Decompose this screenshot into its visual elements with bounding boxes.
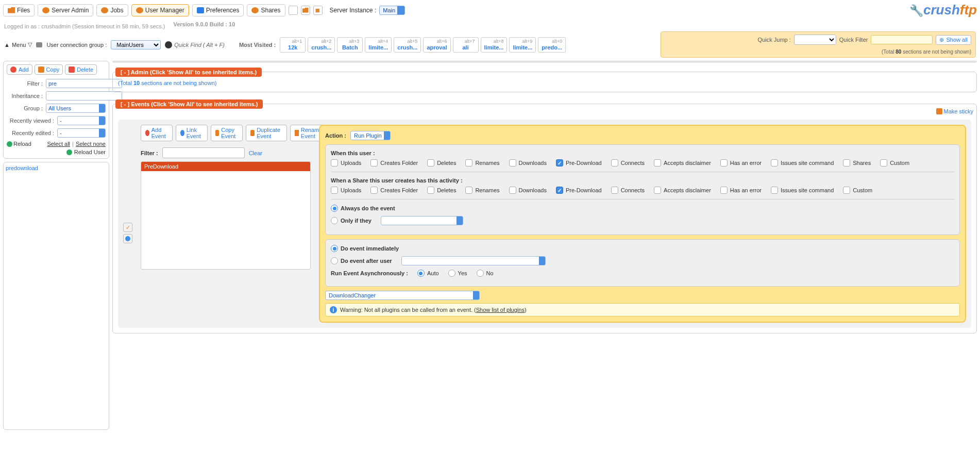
tab-jobs[interactable]: Jobs — [96, 4, 128, 16]
shares-icon — [251, 7, 259, 13]
trigger-check-has-an-error[interactable]: Has an error — [720, 159, 762, 166]
mv-item[interactable]: alt+4limite... — [365, 37, 392, 53]
trigger-check-issues-site-command[interactable]: Issues site command — [771, 159, 834, 166]
tab-files[interactable]: Files — [3, 4, 35, 16]
trigger-check-deletes[interactable]: Deletes — [427, 187, 456, 194]
reload-user-link[interactable]: Reload User — [74, 149, 106, 155]
checkbox-icon — [611, 187, 618, 194]
mv-item[interactable]: alt+0predo... — [538, 37, 566, 53]
user-icon-button[interactable] — [123, 234, 132, 243]
link-event-button[interactable]: Link Event — [176, 125, 208, 141]
delete-button[interactable]: Delete — [65, 64, 97, 75]
trigger-check-issues-site-command[interactable]: Issues site command — [771, 187, 834, 194]
events-section-header[interactable]: [ - ] Events (Click 'Show All' to see in… — [115, 99, 263, 109]
mv-item[interactable]: alt+2crush... — [308, 37, 335, 53]
trigger-check-downloads[interactable]: Downloads — [509, 187, 547, 194]
trigger-check-renames[interactable]: Renames — [465, 159, 499, 166]
tab-server-admin[interactable]: Server Admin — [38, 4, 93, 16]
tab-preferences[interactable]: Preferences — [192, 4, 244, 16]
radio-off-icon — [448, 270, 455, 277]
trigger-check-uploads[interactable]: Uploads — [331, 159, 361, 166]
quick-jump-bar: Quick Jump : Quick Filter ⊕Show all (Tot… — [661, 31, 976, 58]
group-label: Group : — [7, 105, 43, 111]
recently-viewed-select[interactable]: - — [57, 116, 106, 125]
only-if-select[interactable] — [381, 216, 463, 225]
icon-button-1[interactable] — [289, 6, 298, 15]
server-instance-select[interactable]: Main — [379, 6, 405, 15]
event-list-item[interactable]: PreDownload — [141, 162, 310, 171]
trigger-check-accepts-disclaimer[interactable]: Accepts disclaimer — [654, 187, 711, 194]
mv-item[interactable]: alt+7ali — [453, 37, 479, 53]
ucg-select[interactable]: MainUsers — [111, 40, 161, 49]
inheritance-input[interactable] — [46, 91, 122, 101]
trigger-check-accepts-disclaimer[interactable]: Accepts disclaimer — [654, 159, 711, 166]
trigger-check-connects[interactable]: Connects — [611, 159, 645, 166]
async-no[interactable]: No — [477, 270, 494, 277]
mv-item[interactable]: alt+112k — [280, 37, 306, 53]
admin-section-header[interactable]: [ - ] Admin (Click 'Show All' to see inh… — [115, 68, 262, 77]
async-yes[interactable]: Yes — [448, 270, 467, 277]
tab-shares[interactable]: Shares — [247, 4, 285, 16]
do-after-select[interactable] — [401, 256, 546, 265]
quick-find[interactable]: Quick Find ( Alt + F) — [165, 41, 225, 48]
show-all-button[interactable]: ⊕Show all — [936, 35, 971, 45]
copy-button[interactable]: Copy — [35, 64, 63, 75]
do-immediately[interactable]: Do event immediately — [331, 245, 399, 252]
async-auto[interactable]: Auto — [417, 270, 439, 277]
trigger-check-downloads[interactable]: Downloads — [509, 159, 547, 166]
user-list-item[interactable]: predownload — [6, 165, 38, 171]
reload-link[interactable]: Reload — [7, 141, 31, 147]
make-sticky-link[interactable]: Make sticky — [936, 108, 973, 114]
copy-event-button[interactable]: Copy Event — [211, 125, 243, 141]
grid-icon: ▦ — [315, 8, 320, 13]
trigger-check-custom[interactable]: Custom — [843, 187, 872, 194]
info-icon: i — [330, 306, 337, 313]
trigger-check-shares[interactable]: Shares — [843, 159, 871, 166]
duplicate-event-button[interactable]: Duplicate Event — [246, 125, 287, 141]
menu-dropdown[interactable]: ▲ Menu ▽ — [4, 41, 32, 48]
trigger-check-has-an-error[interactable]: Has an error — [720, 187, 762, 194]
trigger-check-connects[interactable]: Connects — [611, 187, 645, 194]
tab-user-manager[interactable]: User Manager — [131, 4, 189, 16]
trigger-check-creates-folder[interactable]: Creates Folder — [370, 187, 418, 194]
select-none-link[interactable]: Select none — [76, 141, 106, 147]
mv-item[interactable]: alt+9limite... — [509, 37, 536, 53]
always-do-event[interactable]: Always do the event — [331, 205, 395, 212]
action-select[interactable]: Run Plugin — [350, 131, 391, 140]
show-plugins-link[interactable]: Show list of plugins — [476, 307, 525, 313]
quick-jump-select[interactable] — [794, 35, 836, 45]
event-filter-input[interactable] — [162, 147, 245, 158]
mv-item[interactable]: alt+6aproval — [423, 37, 450, 53]
trigger-check-deletes[interactable]: Deletes — [427, 159, 456, 166]
mv-item[interactable]: alt+8limite... — [481, 37, 508, 53]
filter-input[interactable] — [46, 79, 122, 88]
only-if-they[interactable]: Only if they — [331, 216, 371, 225]
events-container: ✓ Add Event Link Event Copy Event Duplic… — [118, 120, 971, 328]
recently-edited-select[interactable]: - — [57, 128, 106, 138]
version-info: Version 9.0.0 Build : 10 — [173, 21, 235, 27]
when-share-label: When a Share this user creates has this … — [331, 177, 954, 184]
event-filter-clear[interactable]: Clear — [249, 150, 262, 156]
trigger-check-custom[interactable]: Custom — [880, 159, 909, 166]
mv-item[interactable]: alt+3Batch — [337, 37, 363, 53]
reload-icon — [7, 141, 12, 147]
add-button[interactable]: Add — [7, 64, 32, 75]
icon-button-3[interactable]: ▦ — [313, 6, 323, 15]
plugin-select[interactable]: DownloadChanger — [325, 291, 480, 300]
add-event-button[interactable]: Add Event — [141, 125, 173, 141]
do-after-user[interactable]: Do event after user — [331, 256, 392, 265]
select-all-link[interactable]: Select all — [47, 141, 70, 147]
trigger-check-creates-folder[interactable]: Creates Folder — [370, 159, 418, 166]
check-all-button[interactable]: ✓ — [123, 223, 132, 232]
trigger-check-uploads[interactable]: Uploads — [331, 187, 361, 194]
checkbox-icon — [880, 159, 887, 166]
mv-item[interactable]: alt+5crush... — [394, 37, 421, 53]
trigger-check-pre-download[interactable]: Pre-Download — [556, 187, 602, 194]
trigger-panel: When this user : UploadsCreates FolderDe… — [325, 144, 960, 235]
radio-on-icon — [331, 245, 338, 252]
group-select[interactable]: All Users — [46, 104, 106, 113]
icon-button-2[interactable] — [301, 6, 310, 15]
quick-filter-input[interactable] — [871, 35, 933, 44]
trigger-check-renames[interactable]: Renames — [465, 187, 499, 194]
trigger-check-pre-download[interactable]: Pre-Download — [556, 159, 602, 166]
